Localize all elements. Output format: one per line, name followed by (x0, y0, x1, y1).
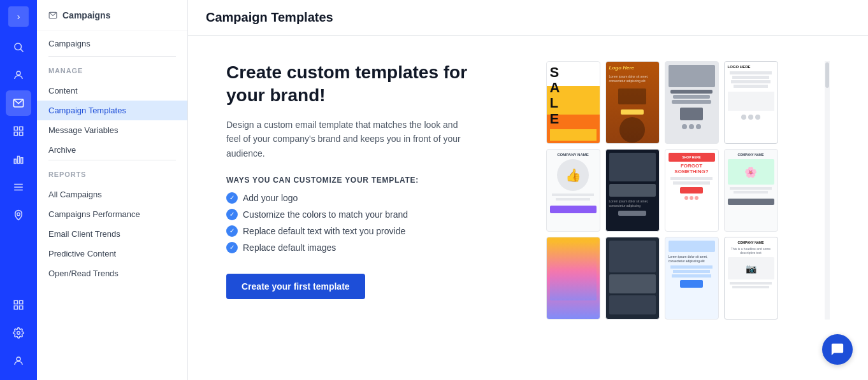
manage-section: MANAGE (37, 57, 187, 81)
grid-nav-icon[interactable] (6, 118, 31, 144)
sidebar-item-message-variables[interactable]: Message Variables (37, 120, 187, 140)
svg-rect-5 (20, 127, 23, 130)
grid-icon (13, 125, 24, 137)
template-card-10 (605, 237, 660, 320)
reports-section: REPORTS (37, 160, 187, 185)
location-nav-icon[interactable] (6, 202, 31, 228)
svg-rect-17 (14, 306, 17, 309)
svg-point-0 (15, 43, 22, 50)
svg-rect-10 (21, 158, 23, 164)
sidebar-item-campaigns-performance[interactable]: Campaigns Performance (37, 204, 187, 224)
hero-description: Design a custom email template that matc… (226, 118, 468, 160)
scrollbar[interactable] (825, 61, 830, 320)
svg-rect-4 (14, 127, 17, 130)
nav-header-label: Campaigns (62, 10, 110, 20)
sidebar-item-archive[interactable]: Archive (37, 140, 187, 160)
sidebar-item-campaign-templates[interactable]: Campaign Templates (37, 101, 187, 120)
envelope-icon (48, 11, 57, 20)
template-card-4: LOGO HERE (724, 61, 778, 144)
svg-rect-7 (20, 132, 23, 136)
template-card-2: Logo Here Lorem ipsum dolor sit amet, co… (605, 61, 660, 144)
svg-rect-6 (14, 132, 17, 136)
ways-label: WAYS YOU CAN CUSTOMIZE YOUR TEMPLATE: (226, 176, 468, 185)
page-title: Campaign Templates (188, 0, 868, 36)
template-card-3 (665, 61, 719, 144)
settings-bottom-icon[interactable] (6, 320, 31, 346)
content-left: Create custom templates for your brand! … (226, 61, 494, 299)
svg-point-2 (17, 71, 20, 75)
settings-icon (13, 327, 24, 339)
checklist-item-label-1: Add your logo (243, 193, 298, 203)
sidebar-item-open-read-trends[interactable]: Open/Read Trends (37, 264, 187, 283)
manage-section-label: MANAGE (48, 67, 176, 74)
svg-rect-18 (20, 306, 23, 309)
main-content: Campaign Templates Create custom templat… (188, 0, 868, 380)
chart-nav-icon[interactable] (6, 146, 31, 172)
hero-title: Create custom templates for your brand! (226, 61, 468, 108)
icon-sidebar: › (0, 0, 37, 380)
sidebar-item-email-client-trends[interactable]: Email Client Trends (37, 224, 187, 244)
list-icon (13, 181, 24, 193)
svg-point-19 (17, 332, 20, 335)
nav-header: Campaigns (37, 0, 187, 31)
profile-bottom-icon[interactable] (6, 348, 31, 374)
collapse-button[interactable]: › (8, 6, 29, 27)
template-card-12: COMPANY NAME This is a headline and some… (724, 237, 778, 320)
left-nav: Campaigns Campaigns MANAGE Content Campa… (37, 0, 188, 380)
check-icon-3: ✓ (226, 225, 238, 237)
scrollbar-thumb[interactable] (825, 62, 829, 88)
template-card-7: SHOP HERE FORGOTSOMETHING? (665, 149, 719, 232)
svg-rect-9 (18, 157, 20, 164)
template-card-8: COMPANY NAME 🌸 (724, 149, 778, 232)
checklist-item-2: ✓ Customize the colors to match your bra… (226, 209, 468, 220)
svg-rect-8 (14, 159, 16, 164)
svg-point-14 (17, 213, 20, 216)
chevron-right-icon: › (17, 11, 20, 22)
template-card-9 (546, 237, 600, 320)
sidebar-item-all-campaigns[interactable]: All Campaigns (37, 185, 187, 204)
apps-bottom-icon[interactable] (6, 292, 31, 318)
template-grid: SALE Logo Here Lorem ipsum dolor sit ame… (546, 61, 778, 320)
template-card-11: Lorem ipsum dolor sit amet, consectetur … (665, 237, 719, 320)
sidebar-item-campaigns[interactable]: Campaigns (37, 34, 187, 53)
list-nav-icon[interactable] (6, 174, 31, 200)
user-icon (13, 69, 24, 81)
svg-point-20 (17, 357, 20, 361)
reports-section-label: REPORTS (48, 171, 176, 178)
checklist-item-4: ✓ Replace default images (226, 242, 468, 253)
checklist-item-label-4: Replace default images (243, 243, 336, 253)
checklist-item-3: ✓ Replace default text with text you pro… (226, 225, 468, 237)
checklist-item-label-3: Replace default text with text you provi… (243, 226, 405, 236)
svg-rect-16 (20, 300, 23, 304)
checklist: ✓ Add your logo ✓ Customize the colors t… (226, 192, 468, 253)
user-nav-icon[interactable] (6, 62, 31, 88)
check-icon-2: ✓ (226, 209, 238, 220)
template-card-5: COMPANY NAME 👍 (546, 149, 600, 232)
search-nav-icon[interactable] (6, 34, 31, 60)
template-card-1: SALE (546, 61, 600, 144)
sidebar-item-predictive-content[interactable]: Predictive Content (37, 244, 187, 264)
location-icon (13, 209, 24, 221)
chat-button[interactable] (822, 334, 853, 365)
chat-icon (830, 342, 844, 356)
checklist-item-1: ✓ Add your logo (226, 192, 468, 204)
svg-line-1 (20, 49, 23, 52)
svg-rect-15 (14, 300, 17, 304)
email-icon (13, 97, 24, 109)
checklist-item-label-2: Customize the colors to match your brand (243, 209, 408, 220)
sidebar-item-content[interactable]: Content (37, 81, 187, 101)
check-icon-1: ✓ (226, 192, 238, 204)
search-icon (13, 41, 24, 53)
create-template-button[interactable]: Create your first template (226, 274, 365, 299)
bar-chart-icon (13, 153, 24, 165)
check-icon-4: ✓ (226, 242, 238, 253)
apps-icon (13, 299, 24, 311)
template-card-6: Lorem ipsum dolor sit amet, consectetur … (605, 149, 660, 232)
profile-icon (13, 355, 24, 367)
main-body: Create custom templates for your brand! … (188, 36, 868, 380)
email-nav-icon[interactable] (6, 90, 31, 116)
content-right: SALE Logo Here Lorem ipsum dolor sit ame… (494, 61, 830, 320)
